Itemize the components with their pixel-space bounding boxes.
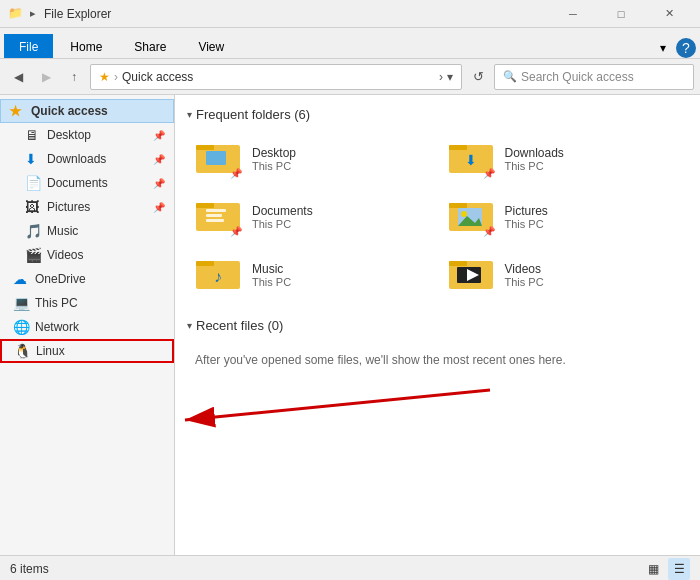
network-icon: 🌐 xyxy=(13,319,31,335)
documents-folder-info: Documents This PC xyxy=(252,204,313,230)
svg-rect-9 xyxy=(206,214,222,217)
status-view-controls: ▦ ☰ xyxy=(642,558,690,580)
title-bar: 📁 ▸ File Explorer ─ □ ✕ xyxy=(0,0,700,28)
documents-icon: 📄 xyxy=(25,175,43,191)
content-area: ▾ Frequent folders (6) 📌 Deskt xyxy=(175,95,700,555)
sidebar-item-thispc[interactable]: 💻 This PC xyxy=(0,291,174,315)
sidebar-item-documents[interactable]: 📄 Documents 📌 xyxy=(0,171,174,195)
sidebar-item-onedrive[interactable]: ☁ OneDrive xyxy=(0,267,174,291)
quick-access-icon: ★ xyxy=(9,103,27,119)
tab-home[interactable]: Home xyxy=(55,34,117,58)
sidebar-item-pictures[interactable]: 🖼 Pictures 📌 xyxy=(0,195,174,219)
svg-rect-7 xyxy=(196,203,214,208)
search-bar[interactable]: 🔍 Search Quick access xyxy=(494,64,694,90)
desktop-folder-name: Desktop xyxy=(252,146,296,160)
svg-rect-10 xyxy=(206,219,224,222)
pictures-folder-icon: 📌 xyxy=(449,197,497,237)
app-icon: 📁 xyxy=(8,6,24,22)
view-grid-button[interactable]: ▦ xyxy=(642,558,664,580)
desktop-folder-info: Desktop This PC xyxy=(252,146,296,172)
svg-rect-4 xyxy=(449,145,467,150)
minimize-button[interactable]: ─ xyxy=(550,0,596,28)
downloads-folder-name: Downloads xyxy=(505,146,564,160)
sidebar-item-videos[interactable]: 🎬 Videos xyxy=(0,243,174,267)
tab-file[interactable]: File xyxy=(4,34,53,58)
documents-folder-icon: 📌 xyxy=(196,197,244,237)
recent-empty-text: After you've opened some files, we'll sh… xyxy=(187,343,688,377)
sidebar-item-network[interactable]: 🌐 Network xyxy=(0,315,174,339)
downloads-icon: ⬇ xyxy=(25,151,43,167)
folder-item-videos[interactable]: Videos This PC xyxy=(440,248,689,302)
up-button[interactable]: ↑ xyxy=(62,65,86,89)
sidebar-label-videos: Videos xyxy=(47,248,165,262)
ribbon-dropdown-btn[interactable]: ▾ xyxy=(654,39,672,57)
folder-item-downloads[interactable]: ⬇ 📌 Downloads This PC xyxy=(440,132,689,186)
folder-grid: 📌 Desktop This PC ⬇ 📌 xyxy=(187,132,688,302)
view-list-button[interactable]: ☰ xyxy=(668,558,690,580)
svg-rect-17 xyxy=(196,261,214,266)
sidebar-item-desktop[interactable]: 🖥 Desktop 📌 xyxy=(0,123,174,147)
music-folder-icon: ♪ xyxy=(196,255,244,295)
svg-rect-20 xyxy=(449,261,467,266)
recent-section-title: Recent files (0) xyxy=(196,318,283,333)
sidebar-item-quick-access[interactable]: ★ Quick access xyxy=(0,99,174,123)
status-item-count: 6 items xyxy=(10,562,49,576)
status-bar: 6 items ▦ ☰ xyxy=(0,555,700,580)
search-icon: 🔍 xyxy=(503,70,517,83)
music-folder-info: Music This PC xyxy=(252,262,291,288)
tab-share[interactable]: Share xyxy=(119,34,181,58)
back-button[interactable]: ◀ xyxy=(6,65,30,89)
recent-chevron-icon: ▾ xyxy=(187,320,192,331)
thispc-icon: 💻 xyxy=(13,295,31,311)
sidebar-label-quick-access: Quick access xyxy=(31,104,165,118)
window-controls: ─ □ ✕ xyxy=(550,0,692,28)
sidebar-item-linux[interactable]: 🐧 Linux xyxy=(0,339,174,363)
folder-item-pictures[interactable]: 📌 Pictures This PC xyxy=(440,190,689,244)
search-placeholder-text: Search Quick access xyxy=(521,70,634,84)
folder-item-documents[interactable]: 📌 Documents This PC xyxy=(187,190,436,244)
documents-pin-icon: 📌 xyxy=(153,178,165,189)
svg-rect-1 xyxy=(196,145,214,150)
pictures-folder-sub: This PC xyxy=(505,218,548,230)
address-text: Quick access xyxy=(122,70,435,84)
title-separator: ▸ xyxy=(30,7,36,20)
videos-folder-name: Videos xyxy=(505,262,544,276)
folder-item-music[interactable]: ♪ Music This PC xyxy=(187,248,436,302)
recent-section-header: ▾ Recent files (0) xyxy=(187,318,688,333)
desktop-folder-sub: This PC xyxy=(252,160,296,172)
maximize-button[interactable]: □ xyxy=(598,0,644,28)
svg-text:♪: ♪ xyxy=(214,268,222,285)
sidebar-label-downloads: Downloads xyxy=(47,152,151,166)
sidebar-label-documents: Documents xyxy=(47,176,151,190)
pictures-folder-name: Pictures xyxy=(505,204,548,218)
onedrive-icon: ☁ xyxy=(13,271,31,287)
sidebar-item-downloads[interactable]: ⬇ Downloads 📌 xyxy=(0,147,174,171)
sidebar-label-linux: Linux xyxy=(36,344,164,358)
documents-folder-name: Documents xyxy=(252,204,313,218)
music-icon: 🎵 xyxy=(25,223,43,239)
sidebar-label-pictures: Pictures xyxy=(47,200,151,214)
address-star-icon: ★ xyxy=(99,70,110,84)
folder-item-desktop[interactable]: 📌 Desktop This PC xyxy=(187,132,436,186)
sidebar-label-desktop: Desktop xyxy=(47,128,151,142)
refresh-button[interactable]: ↺ xyxy=(466,65,490,89)
sidebar-label-onedrive: OneDrive xyxy=(35,272,165,286)
address-dropdown-icon[interactable]: ▾ xyxy=(447,70,453,84)
sidebar: ★ Quick access 🖥 Desktop 📌 ⬇ Downloads 📌… xyxy=(0,95,175,555)
downloads-folder-info: Downloads This PC xyxy=(505,146,564,172)
address-bar[interactable]: ★ › Quick access › ▾ xyxy=(90,64,462,90)
window-wrapper: 📁 ▸ File Explorer ─ □ ✕ File Home Share … xyxy=(0,0,700,580)
documents-folder-sub: This PC xyxy=(252,218,313,230)
desktop-folder-icon: 📌 xyxy=(196,139,244,179)
svg-rect-2 xyxy=(206,151,226,165)
sidebar-item-music[interactable]: 🎵 Music xyxy=(0,219,174,243)
downloads-pin-icon: 📌 xyxy=(153,154,165,165)
address-separator: › xyxy=(114,70,118,84)
close-button[interactable]: ✕ xyxy=(646,0,692,28)
ribbon: File Home Share View ▾ ? xyxy=(0,28,700,59)
address-chevron-icon: › xyxy=(439,70,443,84)
videos-folder-info: Videos This PC xyxy=(505,262,544,288)
forward-button[interactable]: ▶ xyxy=(34,65,58,89)
tab-view[interactable]: View xyxy=(183,34,239,58)
help-button[interactable]: ? xyxy=(676,38,696,58)
